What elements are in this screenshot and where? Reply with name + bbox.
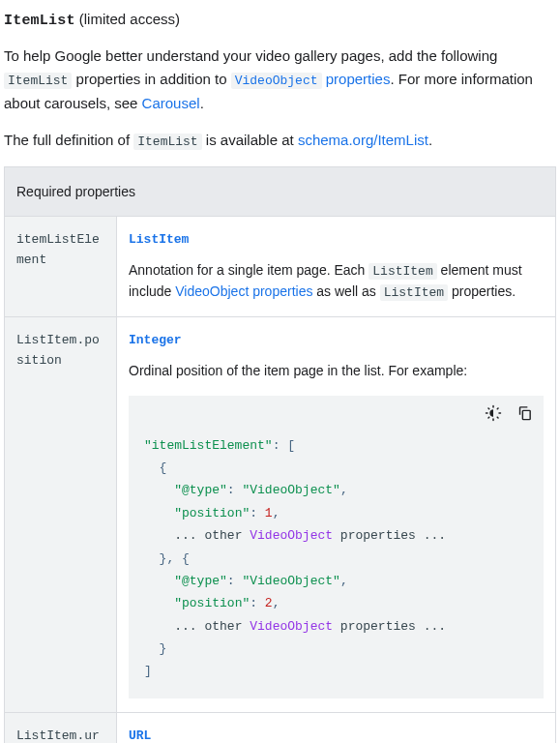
theme-toggle-icon[interactable]	[484, 403, 503, 423]
table-row: ListItem.url URL The canonical URL of th…	[5, 713, 555, 743]
type-link[interactable]: ListItem	[129, 230, 544, 251]
svg-rect-0	[522, 410, 530, 419]
schema-org-link[interactable]: schema.org/ItemList	[298, 132, 428, 148]
property-description: Ordinal position of the item page in the…	[129, 361, 544, 382]
intro-text: To help Google better understand your vi…	[4, 45, 556, 115]
property-details: URL The canonical URL of the item page. …	[117, 713, 555, 743]
intro-text-2: The full definition of ItemList is avail…	[4, 129, 556, 153]
table-row: itemListElement ListItem Annotation for …	[5, 217, 555, 317]
property-name: ListItem.url	[5, 713, 117, 743]
code-example: "itemListElement": [ { "@type": "VideoOb…	[129, 396, 544, 698]
properties-table: Required properties itemListElement List…	[4, 166, 556, 743]
type-link[interactable]: URL	[129, 727, 544, 743]
videoobject-props-link[interactable]: VideoObject properties	[175, 283, 312, 299]
section-heading: ItemList (limited access)	[4, 8, 556, 33]
inline-code: ItemList	[133, 134, 201, 150]
property-name: ListItem.position	[5, 317, 117, 712]
copy-icon[interactable]	[515, 403, 534, 423]
property-details: Integer Ordinal position of the item pag…	[117, 317, 555, 712]
table-header: Required properties	[5, 167, 555, 217]
heading-suffix: (limited access)	[75, 11, 180, 27]
property-description: Annotation for a single item page. Each …	[129, 260, 544, 303]
inline-code: ItemList	[4, 73, 72, 89]
videoobject-properties-link[interactable]: VideoObject properties	[231, 71, 391, 87]
heading-code: ItemList	[4, 13, 75, 29]
property-details: ListItem Annotation for a single item pa…	[117, 217, 555, 316]
property-name: itemListElement	[5, 217, 117, 316]
table-row: ListItem.position Integer Ordinal positi…	[5, 317, 555, 713]
carousel-link[interactable]: Carousel	[142, 95, 200, 111]
type-link[interactable]: Integer	[129, 331, 544, 351]
